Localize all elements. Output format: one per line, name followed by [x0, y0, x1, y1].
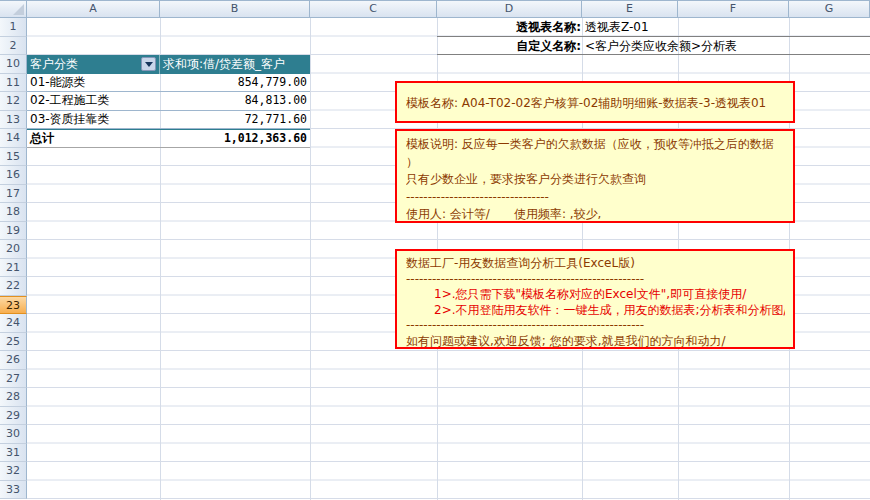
row-header[interactable]: 14: [0, 129, 27, 148]
pivot-header-row: 客户分类 求和项:借/贷差额_客户: [27, 55, 310, 74]
pivot-row: 01-能源类 854,779.00: [27, 74, 310, 93]
row-header[interactable]: 28: [0, 388, 27, 407]
pivot-row: 02-工程施工类 84,813.00: [27, 92, 310, 111]
pivot-value-cell[interactable]: 854,779.00: [160, 74, 310, 92]
note-line: ）: [406, 154, 785, 172]
note-line: 数据工厂-用友数据查询分析工具(ExceL版): [406, 256, 785, 272]
row-header[interactable]: 23: [0, 296, 27, 315]
note-line: ---------------------------------: [406, 189, 785, 207]
row-header[interactable]: 21: [0, 259, 27, 278]
tool-info-note-box[interactable]: 数据工厂-用友数据查询分析工具(ExceL版)-----------------…: [395, 249, 795, 349]
note-line: 1>.您只需下载"模板名称对应的Excel文件",即可直接使用/: [406, 287, 785, 303]
column-header-d[interactable]: D: [437, 1, 582, 18]
pivot-total-label[interactable]: 总计: [27, 130, 160, 147]
row-headers: 1 2 10 11 12 13 14 15 16 17 18 19 20 21 …: [0, 18, 27, 499]
filter-dropdown-icon[interactable]: [141, 57, 156, 71]
column-header-c[interactable]: C: [310, 1, 437, 18]
pivot-value-cell[interactable]: 84,813.00: [160, 92, 310, 110]
row-header[interactable]: 33: [0, 481, 27, 500]
select-all-corner[interactable]: [0, 1, 27, 18]
chevron-down-icon: [145, 62, 153, 67]
row-header[interactable]: 15: [0, 148, 27, 167]
row-header[interactable]: 11: [0, 74, 27, 93]
pivot-table: 客户分类 求和项:借/贷差额_客户 01-能源类 854,779.00 02-工…: [27, 55, 310, 148]
row-header[interactable]: 29: [0, 407, 27, 426]
row-header[interactable]: 30: [0, 425, 27, 444]
row-header[interactable]: 16: [0, 166, 27, 185]
custom-name-value[interactable]: <客户分类应收余额>分析表: [585, 37, 737, 56]
pivot-category-cell[interactable]: 01-能源类: [27, 74, 160, 92]
row-header[interactable]: 18: [0, 203, 27, 222]
row-header[interactable]: 2: [0, 37, 27, 56]
note-line: 如有问题或建议,欢迎反馈; 您的要求,就是我们的方向和动力/: [406, 334, 785, 350]
pivot-data-rows: 01-能源类 854,779.00 02-工程施工类 84,813.00 03-…: [27, 74, 310, 130]
column-header-g[interactable]: G: [789, 1, 870, 18]
custom-name-label[interactable]: 自定义名称:: [437, 37, 581, 56]
pivot-category-cell[interactable]: 02-工程施工类: [27, 92, 160, 110]
row-header[interactable]: 12: [0, 92, 27, 111]
row-header[interactable]: 20: [0, 240, 27, 259]
row-header[interactable]: 13: [0, 111, 27, 130]
template-name-note-box[interactable]: 模板名称: A04-T02-02客户核算-02辅助明细账-数据表-3-透视表01: [395, 81, 795, 123]
pivot-row: 03-资质挂靠类 72,771.60: [27, 111, 310, 130]
pivot-category-cell[interactable]: 03-资质挂靠类: [27, 111, 160, 129]
row-header[interactable]: 25: [0, 333, 27, 352]
note-line: 模板名称: A04-T02-02客户核算-02辅助明细账-数据表-3-透视表01: [406, 94, 785, 112]
pivot-value-field-header[interactable]: 求和项:借/贷差额_客户: [160, 55, 310, 74]
note-line: 2>.不用登陆用友软件：一键生成，用友的数据表;分析表和分析图/: [406, 303, 785, 319]
note-line: ----------------------------------------…: [406, 318, 785, 334]
note-line: 使用人: 会计等/ 使用频率: ,较少,: [406, 206, 785, 224]
row-header[interactable]: 24: [0, 314, 27, 333]
row-header[interactable]: 1: [0, 18, 27, 37]
spreadsheet: A B C D E F G 1 2 10 11 12 13 14 15 16 1…: [0, 0, 870, 500]
column-header-a[interactable]: A: [27, 1, 160, 18]
note-line: 模板说明: 反应每一类客户的欠款数据（应收，预收等冲抵之后的数据: [406, 136, 785, 154]
pivot-value-cell[interactable]: 72,771.60: [160, 111, 310, 129]
template-description-note-box[interactable]: 模板说明: 反应每一类客户的欠款数据（应收，预收等冲抵之后的数据）只有少数企业，…: [395, 129, 795, 223]
row-header[interactable]: 22: [0, 277, 27, 296]
row-header[interactable]: 31: [0, 444, 27, 463]
select-all-triangle-icon: [13, 4, 24, 15]
note-line: ----------------------------------------…: [406, 272, 785, 288]
row-header[interactable]: 26: [0, 351, 27, 370]
note-line: 只有少数企业，要求按客户分类进行欠款查询: [406, 171, 785, 189]
row-header[interactable]: 19: [0, 222, 27, 241]
pivot-total-row: 总计 1,012,363.60: [27, 129, 310, 148]
row-header[interactable]: 27: [0, 370, 27, 389]
column-header-f[interactable]: F: [678, 1, 789, 18]
column-header-b[interactable]: B: [160, 1, 310, 18]
pivot-total-value[interactable]: 1,012,363.60: [160, 130, 310, 147]
pivot-name-label[interactable]: 透视表名称:: [437, 18, 581, 37]
column-header-e[interactable]: E: [582, 1, 678, 18]
row-header[interactable]: 17: [0, 185, 27, 204]
row-header[interactable]: 32: [0, 462, 27, 481]
row-header[interactable]: 10: [0, 55, 27, 74]
pivot-name-value[interactable]: 透视表Z-01: [585, 18, 649, 37]
